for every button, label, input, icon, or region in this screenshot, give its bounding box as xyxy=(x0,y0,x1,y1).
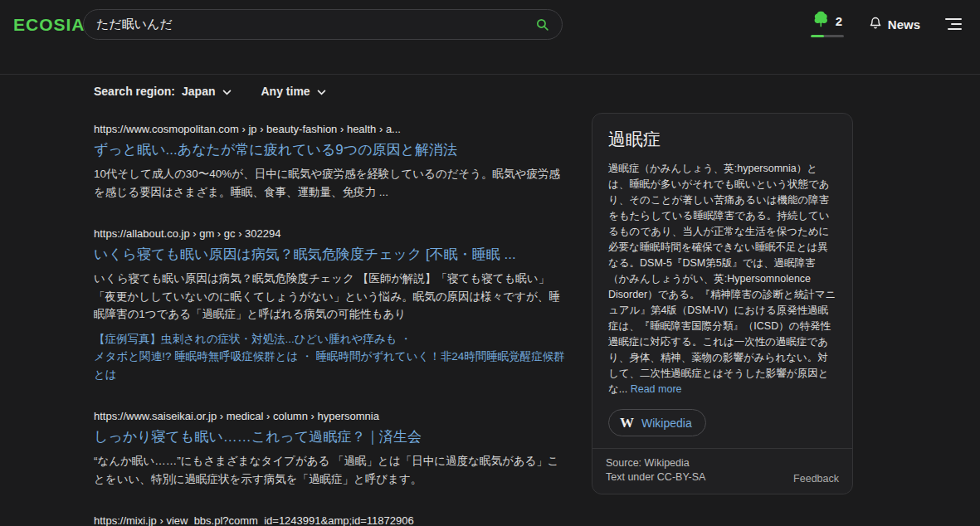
ecosia-search-page: ECOSIA 2 xyxy=(0,0,980,526)
search-region-dropdown[interactable]: Search region: Japan xyxy=(94,85,232,98)
result-filters: Search region: Japan Any time xyxy=(94,85,326,98)
search-icon[interactable] xyxy=(535,17,549,32)
tree-counter[interactable]: 2 xyxy=(811,11,844,37)
search-result: https://www.cosmopolitan.com › jp › beau… xyxy=(94,121,568,201)
wikipedia-w-icon: W xyxy=(620,416,634,430)
read-more-link[interactable]: Read more xyxy=(631,383,682,395)
wikipedia-button[interactable]: W Wikipedia xyxy=(608,409,706,436)
tree-progress-fill xyxy=(811,35,824,37)
source-attribution: Source: Wikipedia xyxy=(606,456,705,470)
knowledge-panel: 過眠症 過眠症（かみんしょう、英:hypersomnia）とは、睡眠が多いがそれ… xyxy=(592,113,853,494)
result-sublinks: 【症例写真】虫刺されの症状・対処法...ひどい腫れや痒みも ・ メタボと関連!?… xyxy=(94,330,568,384)
feedback-link[interactable]: Feedback xyxy=(793,473,839,485)
sublink[interactable]: 【症例写真】虫刺されの症状・対処法...ひどい腫れや痒みも ・ xyxy=(94,330,568,348)
bell-icon xyxy=(869,16,882,32)
search-region-label: Search region: xyxy=(94,85,175,98)
result-url[interactable]: https://www.cosmopolitan.com › jp › beau… xyxy=(94,121,568,137)
news-button[interactable]: News xyxy=(869,16,920,32)
panel-body-text: 過眠症（かみんしょう、英:hypersomnia）とは、睡眠が多いがそれでも眠い… xyxy=(608,163,836,395)
chevron-down-icon xyxy=(222,85,232,98)
license-attribution: Text under CC-BY-SA xyxy=(606,470,705,485)
search-result: https://www.saiseikai.or.jp › medical › … xyxy=(94,408,568,488)
tree-icon xyxy=(812,11,828,31)
result-url[interactable]: https://mixi.jp › view_bbs.pl?comm_id=12… xyxy=(94,513,568,526)
search-result: https://allabout.co.jp › gm › gc › 30229… xyxy=(94,226,568,383)
news-label: News xyxy=(888,17,920,32)
search-bar[interactable] xyxy=(83,9,563,40)
sublink[interactable]: メタボと関連!? 睡眠時無呼吸症候群とは ・ 睡眠時間がずれていく！非24時間睡… xyxy=(94,348,568,383)
hamburger-menu-icon[interactable] xyxy=(945,18,962,30)
chevron-down-icon xyxy=(317,85,326,98)
result-title-link[interactable]: しっかり寝ても眠い……これって過眠症？｜済生会 xyxy=(94,426,568,447)
result-description: 10代そして成人の30〜40%が、日中に眠気や疲労感を経験しているのだそう。眠気… xyxy=(94,165,568,201)
knowledge-panel-title: 過眠症 xyxy=(608,128,836,151)
result-url[interactable]: https://allabout.co.jp › gm › gc › 30229… xyxy=(94,226,568,241)
search-input[interactable] xyxy=(96,17,535,32)
ecosia-logo[interactable]: ECOSIA xyxy=(13,15,85,35)
search-region-value: Japan xyxy=(182,85,215,98)
result-description: “なんか眠い……”にもさまざまなタイプがある 「過眠」とは「日中に過度な眠気があ… xyxy=(94,452,568,488)
result-title-link[interactable]: いくら寝ても眠い原因は病気？眠気危険度チェック [不眠・睡眠 ... xyxy=(94,244,568,265)
time-range-value: Any time xyxy=(261,85,310,98)
result-title-link[interactable]: ずっと眠い...あなたが常に疲れている9つの原因と解消法 xyxy=(94,139,568,160)
results-list: https://www.cosmopolitan.com › jp › beau… xyxy=(94,121,568,526)
tree-count: 2 xyxy=(836,14,842,28)
header-actions: 2 News xyxy=(811,11,962,37)
knowledge-panel-text: 過眠症（かみんしょう、英:hypersomnia）とは、睡眠が多いがそれでも眠い… xyxy=(608,161,836,397)
tree-progress-bar xyxy=(811,35,844,37)
time-range-dropdown[interactable]: Any time xyxy=(261,85,326,98)
result-url[interactable]: https://www.saiseikai.or.jp › medical › … xyxy=(94,408,568,424)
result-description: いくら寝ても眠い原因は病気？眠気危険度チェック 【医師が解説】「寝ても寝ても眠い… xyxy=(94,270,568,324)
wikipedia-button-label: Wikipedia xyxy=(641,416,692,430)
knowledge-panel-footer: Source: Wikipedia Text under CC-BY-SA Fe… xyxy=(592,448,852,494)
search-result: https://mixi.jp › view_bbs.pl?comm_id=12… xyxy=(94,513,568,526)
header: ECOSIA 2 xyxy=(0,0,980,75)
